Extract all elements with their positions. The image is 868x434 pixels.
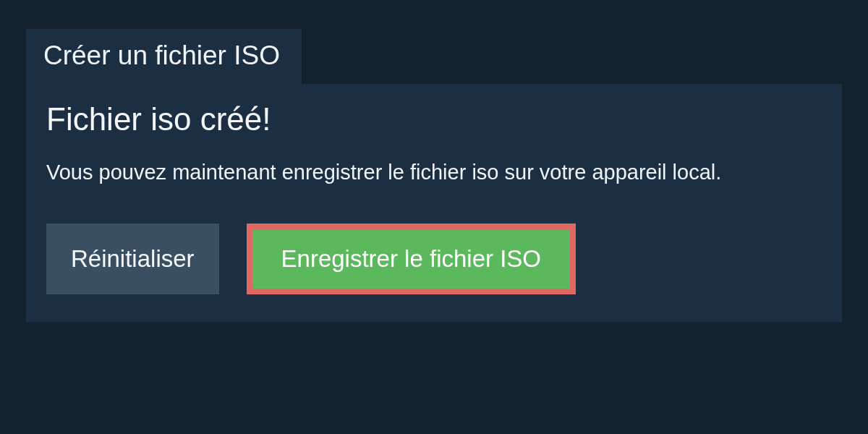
panel-content: Fichier iso créé! Vous pouvez maintenant… bbox=[26, 84, 842, 322]
save-iso-button[interactable]: Enregistrer le fichier ISO bbox=[252, 229, 570, 289]
save-button-highlight: Enregistrer le fichier ISO bbox=[247, 224, 576, 294]
tab-create-iso[interactable]: Créer un fichier ISO bbox=[26, 29, 302, 84]
button-row: Réinitialiser Enregistrer le fichier ISO bbox=[46, 224, 822, 294]
tab-label: Créer un fichier ISO bbox=[43, 41, 280, 70]
success-heading: Fichier iso créé! bbox=[46, 101, 822, 137]
success-description: Vous pouvez maintenant enregistrer le fi… bbox=[46, 161, 822, 184]
iso-creation-panel: Créer un fichier ISO Fichier iso créé! V… bbox=[26, 29, 842, 322]
reset-button[interactable]: Réinitialiser bbox=[46, 224, 219, 294]
